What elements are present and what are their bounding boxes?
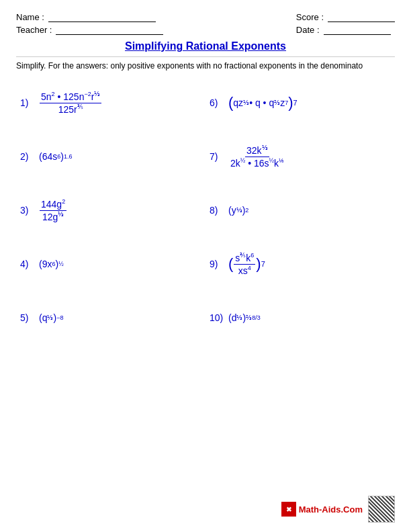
problem-6: 6) ( qz⅓ • q • q⅔z7 )7 [205,76,395,130]
frac-7-num: 32k⅓ [245,145,269,157]
problem-1-num: 1) [20,97,35,108]
name-row: Name : [16,12,163,22]
problem-3: 3) 144g2 12g⅓ [16,183,205,237]
lparen-6: ( [228,94,233,112]
teacher-row: Teacher : [16,25,163,35]
problem-7: 7) 32k⅓ 2k½ • 16s½k⅛ [205,130,395,183]
instructions: Simplify. For the answers: only positive… [16,56,395,71]
name-label: Name : [16,12,44,22]
problem-2-num: 2) [20,151,35,162]
header-right: Score : Date : [296,12,395,35]
problem-9: 9) ( s⅗k6 xs4 )7 [205,237,395,291]
problem-10-expr: (d⅓)⅔ 8/3 [228,312,261,323]
qr-code [368,496,395,523]
math-aids-logo: ✖ Math-Aids.Com [281,502,363,517]
problem-2: 2) (64s6)1.6 [16,130,205,183]
header-section: Name : Teacher : Score : Date : [16,12,395,35]
name-line [48,13,156,22]
problem-8-expr: (y⅓)2 [228,205,248,216]
problem-8-num: 8) [210,205,224,216]
rparen-9: ) [256,255,261,273]
problem-7-expr: 32k⅓ 2k½ • 16s½k⅛ [228,145,286,169]
footer: ✖ Math-Aids.Com [281,496,395,523]
date-label: Date : [296,25,320,35]
lparen-9: ( [228,255,233,273]
page-title: Simplifying Rational Exponents [16,40,395,52]
frac-3-den: 12g⅓ [41,211,65,222]
problem-1-expr: 5n2 • 125n−2r⅓ 125r⅗ [39,91,102,115]
problem-6-num: 6) [210,97,224,108]
problem-5-num: 5) [20,312,35,323]
problem-7-num: 7) [210,151,224,162]
problem-2-expr: (64s6)1.6 [39,151,72,162]
date-row: Date : [296,25,395,35]
frac-9-den: xs4 [237,265,253,276]
problem-1: 1) 5n2 • 125n−2r⅓ 125r⅗ [16,76,205,130]
score-line [328,13,395,22]
frac-1-den: 125r⅗ [57,103,85,115]
frac-9-num: s⅗k6 [234,253,255,265]
page: Name : Teacher : Score : Date : Simplify… [0,0,411,532]
problem-4-expr: (9x6)½ [39,259,64,269]
problem-10-num: 10) [210,312,224,323]
problem-5: 5) (q⅓)−8 [16,291,205,345]
problem-4-num: 4) [20,259,35,269]
score-row: Score : [296,12,395,22]
rparen-6: ) [288,94,293,112]
problem-5-expr: (q⅓)−8 [39,312,63,323]
teacher-line [56,26,163,35]
frac-1-num: 5n2 • 125n−2r⅓ [40,91,101,103]
score-label: Score : [296,12,324,22]
frac-9: s⅗k6 xs4 [234,253,255,276]
problems-grid: 1) 5n2 • 125n−2r⅓ 125r⅗ 6) ( qz⅓ • q • q… [16,76,395,345]
problem-9-num: 9) [210,259,224,269]
frac-7: 32k⅓ 2k½ • 16s½k⅛ [229,145,285,169]
frac-7-den: 2k½ • 16s½k⅛ [229,157,285,169]
problem-8: 8) (y⅓)2 [205,183,395,237]
date-line [324,26,391,35]
problem-3-expr: 144g2 12g⅓ [39,199,67,222]
teacher-label: Teacher : [16,25,52,35]
header-left: Name : Teacher : [16,12,163,35]
problem-10: 10) (d⅓)⅔ 8/3 [205,291,395,345]
problem-6-expr: ( qz⅓ • q • q⅔z7 )7 [228,94,298,112]
problem-3-num: 3) [20,205,35,216]
problem-9-expr: ( s⅗k6 xs4 )7 [228,253,265,276]
problem-4: 4) (9x6)½ [16,237,205,291]
footer-brand: Math-Aids.Com [299,504,363,515]
frac-1: 5n2 • 125n−2r⅓ 125r⅗ [40,91,101,115]
frac-3-num: 144g2 [40,199,66,211]
frac-3: 144g2 12g⅓ [40,199,66,222]
logo-icon: ✖ [281,502,296,517]
